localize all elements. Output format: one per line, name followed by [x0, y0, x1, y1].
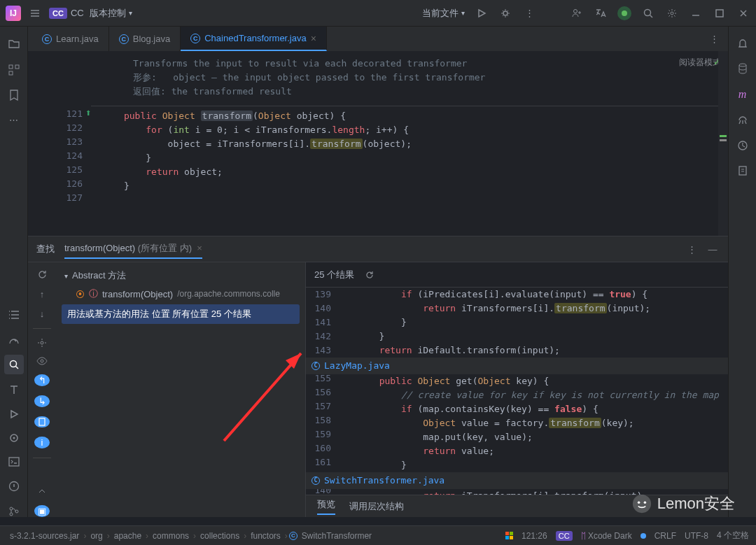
close-tab-icon[interactable]: ×: [311, 33, 316, 44]
learn-icon[interactable]: [738, 165, 748, 176]
filter-file-icon[interactable]: [34, 416, 50, 428]
theme-status[interactable]: ᛖ Xcode Dark: [581, 531, 632, 541]
encoding[interactable]: UTF-8: [685, 531, 708, 541]
collapse-icon[interactable]: [37, 486, 47, 496]
tab-blog[interactable]: CBlog.java: [109, 27, 181, 51]
project-icon[interactable]: [8, 38, 20, 50]
down-icon[interactable]: ↓: [40, 309, 45, 319]
run-icon[interactable]: [475, 6, 489, 20]
svg-point-17: [41, 360, 43, 362]
svg-point-0: [503, 11, 507, 15]
minimize-icon[interactable]: [689, 6, 703, 20]
list-icon[interactable]: [8, 310, 20, 320]
up-icon[interactable]: ↑: [40, 289, 45, 299]
hamburger-icon[interactable]: [28, 6, 42, 20]
find-tool-icon[interactable]: [4, 355, 24, 374]
indent[interactable]: 4 个空格: [717, 530, 749, 542]
windows-icon[interactable]: [505, 532, 513, 539]
more-tools-icon[interactable]: ⋯: [9, 115, 18, 125]
editor-tabs: CLearn.java CBlog.java CChainedTransform…: [28, 27, 728, 51]
gutter: 121 122 123 124 125 126 127: [28, 51, 91, 236]
svg-rect-11: [9, 458, 19, 466]
status-dot-icon[interactable]: [617, 6, 631, 20]
text-tool-icon[interactable]: [9, 384, 19, 395]
svg-point-19: [739, 64, 746, 66]
tab-learn[interactable]: CLearn.java: [32, 27, 109, 51]
find-panel: 查找 transform(Object) (所有位置 内) × ⋮ —: [28, 236, 728, 262]
filter-down-icon[interactable]: ↳: [34, 395, 50, 407]
tab-more-icon[interactable]: ⋮: [707, 32, 721, 46]
usages-preview: 25 个结果 139140141142143 15515615715815916…: [305, 262, 728, 517]
results-count: 25 个结果: [314, 269, 354, 281]
bookmark-icon[interactable]: [9, 90, 19, 101]
line-separator[interactable]: CRLF: [654, 531, 676, 541]
current-file-dropdown[interactable]: 当前文件 ▾: [422, 7, 465, 20]
play-tool-icon[interactable]: [9, 409, 19, 419]
svg-rect-18: [39, 418, 45, 425]
problems-icon[interactable]: [8, 481, 20, 492]
svg-point-3: [671, 12, 673, 15]
preview-file-lazymap[interactable]: CLazyMap.java: [306, 358, 728, 374]
tab-chainedtransformer[interactable]: CChainedTransformer.java×: [181, 27, 327, 51]
preview-tab-preview[interactable]: 预览: [317, 498, 335, 515]
meter-icon[interactable]: [8, 334, 20, 345]
terminal-icon[interactable]: [8, 457, 20, 467]
preview-code[interactable]: 139140141142143 155156157158159160161 14…: [306, 288, 728, 495]
svg-point-16: [41, 341, 43, 344]
preview-tab-hierarchy[interactable]: 调用层次结构: [349, 500, 404, 513]
activity-icon[interactable]: [737, 140, 748, 151]
gradle-icon[interactable]: [737, 115, 748, 126]
breadcrumb[interactable]: s-3.2.1-sources.jar› org› apache› common…: [7, 531, 374, 541]
tree-selected-summary[interactable]: 用法或基方法的用法 位置 所有位置 25 个结果: [62, 304, 300, 324]
ide-logo: IJ: [6, 6, 21, 21]
add-user-icon[interactable]: [570, 6, 584, 20]
refresh-icon[interactable]: [37, 269, 48, 280]
editor-scrollbar[interactable]: [718, 51, 728, 236]
tree-header[interactable]: ▾Abstract 方法: [56, 267, 305, 285]
java-class-icon: C: [119, 34, 129, 44]
usages-toolbar: ↑ ↓ ↰ ↳ i ▣: [28, 262, 56, 517]
filter-info-icon[interactable]: i: [34, 437, 50, 448]
translate-icon[interactable]: [594, 6, 608, 20]
svg-point-1: [574, 9, 578, 13]
svg-point-14: [10, 513, 13, 516]
maximize-icon[interactable]: [713, 6, 727, 20]
expand-icon[interactable]: [37, 467, 47, 477]
usages-panel: ↑ ↓ ↰ ↳ i ▣ ▾Abstract 方法 ⦿ ⓘ transf: [28, 262, 728, 517]
search-icon[interactable]: [641, 6, 655, 20]
preview-toggle-icon[interactable]: ▣: [34, 505, 50, 517]
maven-icon[interactable]: m: [738, 88, 747, 101]
find-query[interactable]: transform(Object) (所有位置 内) ×: [64, 239, 202, 259]
eye-icon[interactable]: [36, 357, 48, 365]
method-icon: ⦿: [76, 289, 85, 299]
override-icon[interactable]: ⬆: [85, 109, 91, 117]
debug-icon[interactable]: [498, 6, 512, 20]
notifications-icon[interactable]: [737, 38, 748, 49]
git-icon[interactable]: [8, 506, 20, 517]
close-icon[interactable]: [736, 6, 750, 20]
find-hide-icon[interactable]: —: [706, 242, 720, 256]
svg-point-2: [645, 9, 651, 15]
svg-rect-7: [9, 71, 13, 75]
settings-tool-icon[interactable]: [37, 338, 47, 348]
refresh-results-icon[interactable]: [363, 268, 377, 282]
more-icon[interactable]: ⋮: [522, 6, 536, 20]
debug-tool-icon[interactable]: [9, 433, 19, 443]
svg-point-10: [13, 437, 15, 439]
database-icon[interactable]: [738, 63, 748, 74]
code-content[interactable]: Transforms the input to result via each …: [91, 51, 728, 236]
svg-rect-4: [716, 10, 723, 17]
preview-tabs: 预览 调用层次结构: [306, 495, 728, 517]
tree-method-item[interactable]: ⦿ ⓘ transform(Object) /org.apache.common…: [56, 285, 305, 303]
find-label: 查找: [36, 243, 55, 255]
filter-back-icon[interactable]: ↰: [34, 374, 50, 386]
preview-file-switchtransformer[interactable]: CSwitchTransformer.java: [306, 472, 728, 489]
structure-icon[interactable]: [8, 64, 20, 76]
find-more-icon[interactable]: ⋮: [685, 242, 699, 256]
svg-rect-5: [9, 65, 13, 69]
cursor-position[interactable]: 121:26: [522, 531, 547, 541]
cc-badge[interactable]: CC: [556, 531, 573, 541]
settings-icon[interactable]: [665, 6, 679, 20]
project-name: CC: [71, 8, 84, 18]
vcs-dropdown[interactable]: 版本控制 ▾: [90, 7, 132, 20]
